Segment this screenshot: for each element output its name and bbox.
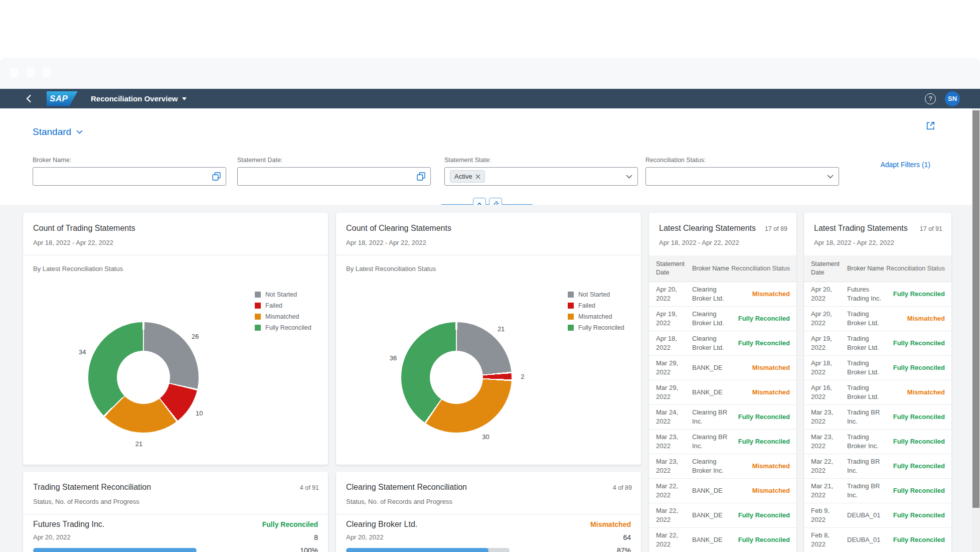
table-row[interactable]: Mar 23, 2022Clearing Broker Inc.Mismatch…	[649, 454, 796, 479]
card-latest-clearing-statements: Latest Clearing Statements 17 of 89 Apr …	[649, 213, 796, 552]
cell-reconciliation-status: Fully Reconciled	[884, 339, 945, 348]
cell-broker-name: BANK_DE	[692, 388, 729, 397]
cell-broker-name: DEUBA_01	[847, 535, 884, 544]
table-row[interactable]: Mar 24, 2022Clearing BR Inc.Fully Reconc…	[649, 405, 796, 430]
legend-item[interactable]: Failed	[255, 300, 311, 311]
table-row[interactable]: Apr 18, 2022Clearing Broker Ltd.Fully Re…	[649, 331, 796, 356]
statement-date-input[interactable]	[237, 167, 431, 186]
broker-name-input[interactable]	[33, 167, 226, 186]
value-help-icon[interactable]	[417, 172, 425, 181]
table-row[interactable]: Mar 23, 2022Clearing BR Inc.Fully Reconc…	[649, 430, 796, 454]
table-row[interactable]: Mar 21, 2022Trading BR Inc.Fully Reconci…	[804, 479, 951, 503]
donut-plot[interactable]	[401, 322, 512, 433]
donut-chart-clearing: 2123036Not StartedFailedMismatchedFully …	[336, 281, 641, 465]
variant-selector[interactable]: Standard	[33, 126, 83, 137]
cell-reconciliation-status: Mismatched	[729, 462, 790, 471]
table-row[interactable]: Mar 29, 2022BANK_DEMismatched	[649, 356, 796, 380]
legend-swatch	[568, 314, 574, 320]
card-title: Count of Clearing Statements	[346, 224, 451, 233]
reconciliation-list-item[interactable]: Futures Trading Inc.Fully ReconciledApr …	[33, 520, 318, 552]
cell-reconciliation-status: Fully Reconciled	[884, 290, 945, 299]
table-row[interactable]: Apr 20, 2022Trading Broker Ltd.Mismatche…	[804, 307, 951, 331]
user-avatar[interactable]: SN	[945, 91, 960, 106]
table-row[interactable]: Mar 22, 2022BANK_DEFully Reconciled	[649, 528, 796, 552]
legend-swatch	[255, 292, 261, 298]
dashboard-content: Count of Trading Statements Apr 18, 2022…	[0, 205, 973, 552]
legend-item[interactable]: Failed	[568, 300, 624, 311]
table-header-row: Statement Date Broker Name Reconciliatio…	[649, 255, 796, 282]
table-row[interactable]: Feb 9, 2022DEUBA_01Fully Reconciled	[804, 503, 951, 528]
legend-swatch	[255, 314, 261, 320]
cell-broker-name: Clearing BR Inc.	[692, 408, 729, 426]
help-button[interactable]: ?	[925, 93, 936, 104]
table-row[interactable]: Apr 16, 2022Trading Broker Ltd.Mismatche…	[804, 380, 951, 405]
statement-state-multicombo[interactable]: Active	[444, 167, 638, 186]
reconciliation-status-select[interactable]	[645, 167, 839, 186]
cell-statement-date: Mar 23, 2022	[811, 408, 840, 426]
table-row[interactable]: Feb 8, 2022DEUBA_01Fully Reconciled	[804, 528, 951, 552]
legend-item[interactable]: Not Started	[568, 289, 624, 300]
card-subtitle: Apr 18, 2022 - Apr 22, 2022	[659, 239, 739, 246]
table-row[interactable]: Apr 19, 2022Trading Broker Ltd.Fully Rec…	[804, 331, 951, 356]
status-badge: Mismatched	[590, 520, 631, 528]
legend-item[interactable]: Fully Reconciled	[255, 322, 311, 333]
donut-data-label: 2	[521, 372, 524, 380]
share-export-button[interactable]	[925, 120, 936, 132]
table-row[interactable]: Mar 23, 2022Trading BR Inc.Fully Reconci…	[804, 405, 951, 430]
adapt-filters-link[interactable]: Adapt Filters (1)	[855, 161, 930, 169]
legend-swatch	[568, 325, 574, 331]
table-header-row: Statement Date Broker Name Reconciliatio…	[804, 255, 951, 282]
table-row[interactable]: Apr 20, 2022Clearing Broker Ltd.Mismatch…	[649, 282, 796, 307]
cell-broker-name: Trading Broker Ltd.	[847, 359, 884, 376]
filter-bar: Standard Broker Name: Statement Date:	[0, 108, 973, 205]
table-row[interactable]: Mar 29, 2022BANK_DEMismatched	[649, 380, 796, 405]
cell-statement-date: Mar 29, 2022	[656, 383, 685, 401]
cell-reconciliation-status: Fully Reconciled	[884, 363, 945, 372]
table-row[interactable]: Mar 23, 2022Trading Broker Inc.Fully Rec…	[804, 430, 951, 454]
cell-reconciliation-status: Fully Reconciled	[729, 412, 790, 422]
legend-label: Mismatched	[578, 313, 612, 320]
table-row[interactable]: Apr 19, 2022Clearing Broker Ltd.Fully Re…	[649, 307, 796, 331]
app-title-menu[interactable]: Reconciliation Overview	[91, 94, 187, 103]
cell-broker-name: Clearing Broker Ltd.	[692, 310, 729, 327]
scrollbar-thumb[interactable]	[972, 110, 979, 508]
donut-data-label: 34	[79, 348, 86, 355]
table-row[interactable]: Apr 20, 2022Futures Trading Inc.Fully Re…	[804, 282, 951, 307]
legend-item[interactable]: Fully Reconciled	[568, 322, 624, 333]
legend-item[interactable]: Mismatched	[255, 311, 311, 322]
column-header-broker-name: Broker Name	[692, 264, 729, 273]
cell-reconciliation-status: Mismatched	[884, 314, 945, 323]
chart-legend: Not StartedFailedMismatchedFully Reconci…	[568, 289, 624, 333]
card-title: Clearing Statement Reconciliation	[346, 483, 467, 492]
table-row[interactable]: Mar 22, 2022BANK_DEMismatched	[649, 479, 796, 503]
shell-header: SAP Reconciliation Overview ? SN	[0, 89, 980, 108]
table-row[interactable]: Mar 22, 2022Trading BR Inc.Fully Reconci…	[804, 454, 951, 479]
chevron-down-icon[interactable]	[626, 175, 632, 179]
filter-label-broker-name: Broker Name:	[33, 157, 226, 164]
token-remove-button[interactable]	[475, 174, 480, 179]
legend-item[interactable]: Mismatched	[568, 311, 624, 322]
donut-plot[interactable]	[88, 322, 199, 433]
chevron-down-icon[interactable]	[827, 175, 834, 179]
donut-data-label: 26	[192, 332, 199, 340]
filter-token-active[interactable]: Active	[450, 170, 485, 183]
legend-item[interactable]: Not Started	[255, 289, 311, 300]
legend-label: Failed	[578, 302, 595, 309]
cell-statement-date: Mar 24, 2022	[656, 408, 685, 426]
cell-statement-date: Apr 19, 2022	[811, 334, 840, 352]
legend-label: Failed	[265, 302, 282, 309]
cell-broker-name: Trading Broker Ltd.	[847, 383, 884, 401]
donut-chart-trading: 26102134Not StartedFailedMismatchedFully…	[23, 281, 328, 465]
table-row[interactable]: Mar 22, 2022BANK_DEFully Reconciled	[649, 503, 796, 528]
legend-swatch	[568, 303, 574, 309]
legend-swatch	[255, 325, 261, 331]
back-button[interactable]	[26, 94, 32, 103]
table-row[interactable]: Apr 18, 2022Trading Broker Ltd.Fully Rec…	[804, 356, 951, 380]
value-help-icon[interactable]	[212, 172, 221, 181]
cell-statement-date: Mar 22, 2022	[656, 531, 685, 548]
reconciliation-list-item[interactable]: Clearing Broker Ltd.MismatchedApr 20, 20…	[346, 520, 631, 552]
card-subtitle: Status, No. of Records and Progress	[33, 498, 139, 505]
column-header-reconciliation-status: Reconciliation Status	[729, 264, 790, 273]
progress-percentage: 100%	[300, 546, 318, 552]
sap-logo: SAP	[47, 91, 78, 106]
